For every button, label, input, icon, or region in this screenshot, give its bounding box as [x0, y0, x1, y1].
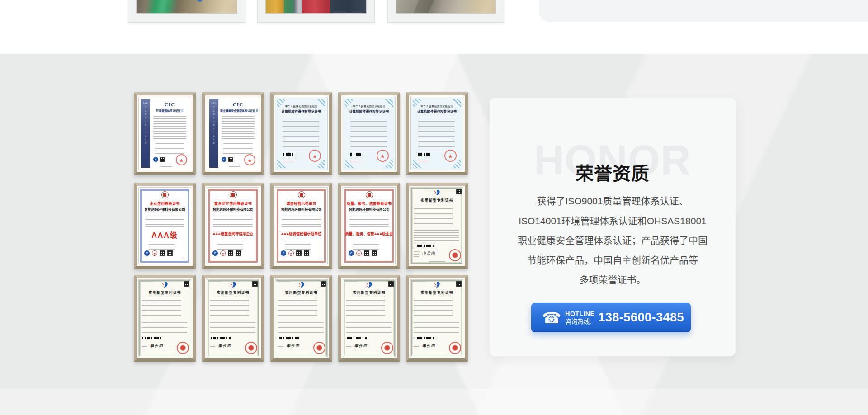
certificate-utility-model-patent-3[interactable]: 实用新型专利证书 申长雨 — [202, 275, 264, 362]
hotline-labels: HOTLINE 咨询热线: — [565, 310, 594, 325]
certificate-software-copyright-2[interactable]: 中华人民共和国国家版权局 计算机软件著作权登记证书 — [338, 92, 400, 175]
cic-logo: CIC — [152, 102, 188, 107]
certificate-enterprise-credit-aaa[interactable]: 企业信用等级证书 合肥珂玛环保科技有限公司 AAA级 — [134, 183, 196, 269]
text-lines-decoration — [210, 322, 255, 334]
text-lines-decoration — [229, 164, 240, 167]
hotline-button[interactable]: ☎ HOTLINE 咨询热线: 138-5600-3485 — [531, 303, 691, 332]
gallery-card-2[interactable] — [257, 0, 375, 23]
star-icon — [448, 152, 453, 160]
certificate-utility-model-patent-6[interactable]: 实用新型专利证书 申长雨 — [406, 275, 468, 362]
certificate-quality-service-reputation-aaa[interactable]: 质量、服务、信誉等级证书 合肥珂玛环保科技有限公司 质量、服务、信誉AAA级企业 — [338, 183, 400, 269]
certificate-title: 计算机软件著作权登记证书 — [341, 109, 397, 113]
certificate-utility-model-patent-1[interactable]: 实用新型专利证书 申长雨 — [406, 183, 468, 269]
text-lines-decoration — [210, 298, 249, 320]
certificate-header: CIC 职业健康安全管理体系认证证书 — [220, 102, 256, 113]
certificate-logos — [144, 250, 173, 256]
star-icon — [248, 156, 252, 164]
certificate-logos — [349, 250, 377, 256]
gallery-card-1[interactable] — [128, 0, 245, 23]
text-lines-decoration — [353, 242, 379, 251]
red-seal-icon — [381, 342, 393, 354]
red-seal-icon — [245, 342, 257, 354]
certificate-software-copyright-3[interactable]: 中华人民共和国国家版权局 计算机软件著作权登记证书 — [406, 92, 468, 175]
issuing-authority: 中华人民共和国国家版权局 — [341, 104, 397, 108]
qr-code-icon — [372, 250, 377, 256]
cnipa-logo-icon — [162, 282, 168, 290]
text-lines-decoration — [278, 322, 324, 334]
certificate-logos — [212, 250, 241, 256]
credit-grade: AAA级诚信经营示范单位 — [274, 231, 329, 236]
company-name: 合肥珂玛环保科技有限公司 — [274, 207, 329, 212]
credit-agency-logo-icon — [281, 250, 286, 256]
commissioner-signature: 申长雨 — [422, 250, 436, 256]
text-lines-decoration — [350, 258, 388, 259]
text-lines-decoration — [346, 322, 392, 334]
qr-code-icon — [236, 250, 241, 256]
red-star-seal-icon — [444, 150, 457, 162]
certificate-environment-management[interactable]: CIC CERTIFICATE CIC 环境管理体系认证证书 — [134, 92, 196, 175]
construction-photo-2 — [265, 0, 367, 14]
certificate-logos — [222, 157, 233, 162]
certificate-title: 实用新型专利证书 — [205, 290, 261, 295]
text-lines-decoration — [142, 298, 181, 320]
description-line: 获得了ISO9001质量管理体系认证、 — [503, 191, 722, 211]
commissioner-signature: 申长雨 — [354, 342, 368, 349]
certificate-title: 诚信经营示范单位 — [274, 201, 329, 206]
national-emblem-icon — [452, 345, 458, 351]
certificate-utility-model-patent-4[interactable]: 实用新型专利证书 申长雨 — [270, 275, 332, 362]
corner-flourish-icon — [345, 158, 355, 168]
qr-code-icon — [388, 281, 394, 287]
barcode-icon — [350, 153, 362, 156]
barcode-icon — [142, 337, 162, 339]
cnipa-logo-icon — [366, 282, 373, 290]
certificate-title: 质量、服务、信誉等级证书 — [341, 201, 397, 206]
text-lines-decoration — [217, 242, 243, 251]
qr-code-icon — [160, 250, 165, 256]
text-lines-decoration — [414, 206, 453, 227]
description-line: ISO14001环境管理体系认证和OHSAS18001 — [503, 211, 722, 231]
company-name: 合肥珂玛环保科技有限公司 — [341, 207, 397, 212]
qr-code-icon — [252, 281, 258, 287]
text-lines-decoration — [429, 354, 445, 356]
certificate-number-decoration — [283, 161, 293, 163]
qr-code-icon — [304, 250, 309, 256]
red-seal-icon — [449, 342, 461, 354]
qr-code-icon — [321, 281, 326, 287]
certificate-integrity-demo-unit[interactable]: 诚信经营示范单位 合肥珂玛环保科技有限公司 AAA级诚信经营示范单位 — [270, 183, 332, 269]
text-lines-decoration — [282, 217, 321, 228]
text-lines-decoration — [285, 242, 311, 251]
star-icon — [380, 152, 385, 160]
national-emblem-icon — [248, 345, 254, 351]
red-star-stamp-icon — [220, 250, 226, 256]
certificate-occupational-health-safety[interactable]: CIC CERTIFICATE CIC 职业健康安全管理体系认证证书 — [202, 92, 264, 175]
certificate-utility-model-patent-5[interactable]: 实用新型专利证书 申长雨 — [338, 275, 400, 362]
qr-code-icon — [184, 281, 189, 287]
text-lines-decoration — [414, 322, 459, 334]
text-lines-decoration — [225, 354, 241, 356]
gallery-card-3[interactable] — [387, 0, 504, 23]
text-lines-decoration — [361, 354, 377, 356]
certificate-contract-credit-aaa[interactable]: 重合同守信用等级证书 合肥珂玛环保科技有限公司 AAA级重合同守信用企业 — [202, 183, 264, 269]
red-star-seal-icon — [377, 150, 389, 162]
certificate-number-decoration — [344, 281, 358, 283]
national-emblem-icon — [316, 345, 322, 351]
star-icon — [179, 156, 184, 164]
certificate-utility-model-patent-2[interactable]: 实用新型专利证书 申长雨 — [134, 275, 196, 362]
construction-photo-1 — [136, 0, 237, 14]
national-emblem-icon — [452, 252, 458, 258]
corner-flourish-icon — [277, 158, 287, 168]
issuing-authority: 中华人民共和国国家版权局 — [274, 104, 329, 108]
text-lines-decoration — [157, 354, 173, 356]
text-lines-decoration — [414, 298, 453, 320]
certificate-number-decoration — [140, 281, 154, 283]
cic-circle-logo-icon — [153, 157, 158, 162]
text-lines-decoration — [142, 322, 187, 334]
text-lines-decoration — [142, 344, 147, 349]
certificate-title: 职业健康安全管理体系认证证书 — [220, 108, 256, 113]
text-lines-decoration — [349, 217, 389, 228]
certificate-title: 重合同守信用等级证书 — [205, 201, 261, 206]
commissioner-signature: 申长雨 — [218, 342, 232, 349]
red-emblem-icon — [230, 191, 237, 198]
certificate-software-copyright-1[interactable]: 中华人民共和国国家版权局 计算机软件著作权登记证书 — [270, 92, 332, 175]
company-name: 合肥珂玛环保科技有限公司 — [137, 207, 193, 212]
